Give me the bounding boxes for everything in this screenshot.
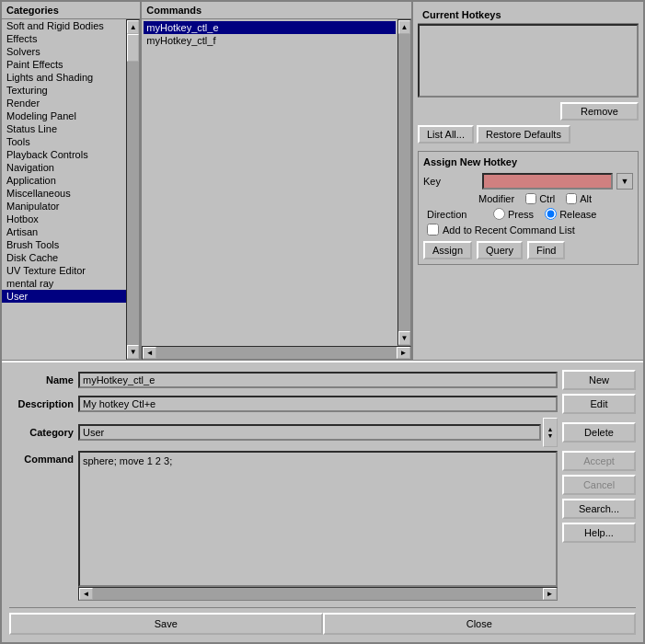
category-item[interactable]: Solvers [2,45,126,58]
release-label: Release [559,209,596,220]
remove-button[interactable]: Remove [560,102,639,121]
delete-button[interactable]: Delete [562,422,636,443]
category-item[interactable]: Hotbox [2,213,126,225]
main-window: Categories Soft and Rigid BodiesEffectsS… [0,0,645,644]
scroll-thumb[interactable] [127,34,139,62]
commands-list: myHotkey_ctl_emyHotkey_ctl_f [142,19,397,346]
ctrl-checkbox[interactable] [525,193,536,204]
commands-scroll-area: myHotkey_ctl_emyHotkey_ctl_f ▲ ▼ [142,19,411,346]
category-item[interactable]: Texturing [2,84,126,97]
category-item[interactable]: Brush Tools [2,238,126,251]
cmd-scroll-down[interactable]: ▼ [398,331,410,345]
categories-panel: Categories Soft and Rigid BodiesEffectsS… [2,2,142,360]
category-label: Category [9,427,74,438]
command-label: Command [9,451,74,601]
bottom-buttons: Save Close [9,607,636,635]
list-all-button[interactable]: List All... [418,125,474,144]
category-dropdown-btn[interactable]: ▲ ▼ [543,418,558,447]
category-item[interactable]: Modeling Panel [2,109,126,122]
category-item[interactable]: Disk Cache [2,251,126,264]
categories-scrollbar[interactable]: ▲ ▼ [126,19,140,360]
category-item[interactable]: Playback Controls [2,148,126,161]
assign-hotkey-group: Assign New Hotkey Key ▼ Modifier Ctrl Al… [418,151,639,265]
cmd-scroll-track [398,34,410,331]
add-recent-row: Add to Recent Command List [423,224,633,236]
commands-panel: Commands myHotkey_ctl_emyHotkey_ctl_f ▲ … [142,2,413,360]
category-item[interactable]: User [2,290,126,303]
accept-button[interactable]: Accept [562,451,636,471]
category-input[interactable] [78,424,541,441]
command-area: Command ◄ ► Accept Cancel Search... Help… [9,451,636,601]
command-textarea[interactable] [78,451,558,587]
cmd-scroll-left[interactable]: ◄ [143,347,156,359]
new-button[interactable]: New [562,370,636,390]
description-input[interactable] [78,396,558,412]
commands-header: Commands [142,2,411,19]
direction-group: Direction Press Release [423,208,633,220]
cmd-scroll-up[interactable]: ▲ [398,20,410,34]
description-row: Description Edit [9,394,636,414]
category-item[interactable]: Navigation [2,161,126,174]
hotkeys-display [418,24,639,98]
category-item[interactable]: Lights and Shading [2,71,126,84]
release-radio[interactable] [545,208,557,220]
key-input[interactable] [482,173,613,190]
category-item[interactable]: Render [2,97,126,109]
restore-defaults-button[interactable]: Restore Defaults [477,125,570,144]
alt-checkbox[interactable] [566,193,577,204]
save-button[interactable]: Save [9,613,323,635]
press-label: Press [508,209,534,220]
right-action-buttons: Accept Cancel Search... Help... [562,451,636,601]
cmd-hscroll-track [156,347,397,359]
top-panel: Categories Soft and Rigid BodiesEffectsS… [2,2,643,361]
name-input[interactable] [78,372,558,388]
key-dropdown-btn[interactable]: ▼ [616,173,633,190]
command-item[interactable]: myHotkey_ctl_f [144,34,396,47]
cancel-button[interactable]: Cancel [562,475,636,495]
search-button[interactable]: Search... [562,499,636,519]
close-button[interactable]: Close [323,613,637,635]
category-item[interactable]: Paint Effects [2,58,126,71]
assign-button[interactable]: Assign [423,241,472,259]
description-label: Description [9,398,74,409]
category-item[interactable]: mental ray [2,277,126,290]
commands-scrollbar[interactable]: ▲ ▼ [397,19,411,346]
category-item[interactable]: Miscellaneous [2,187,126,200]
cmd-h-right[interactable]: ► [543,588,557,600]
hotkeys-panel: Current Hotkeys Remove List All... Resto… [413,2,643,360]
add-recent-checkbox[interactable] [427,224,439,236]
find-button[interactable]: Find [527,241,565,259]
command-item[interactable]: myHotkey_ctl_e [144,21,396,34]
bottom-panel: Name New Description Edit Category ▲ ▼ [2,361,643,642]
category-item[interactable]: Manipulator [2,200,126,213]
help-button[interactable]: Help... [562,523,636,543]
category-item[interactable]: Application [2,174,126,187]
name-label: Name [9,374,74,385]
cmd-h-left[interactable]: ◄ [79,588,93,600]
hotkeys-buttons: List All... Restore Defaults [418,125,639,144]
ctrl-checkbox-item: Ctrl [525,193,555,204]
name-row: Name New [9,370,636,390]
ctrl-label: Ctrl [539,193,555,204]
cmd-scroll-right[interactable]: ► [397,347,410,359]
category-item[interactable]: UV Texture Editor [2,264,126,277]
category-item[interactable]: Soft and Rigid Bodies [2,19,126,32]
alt-checkbox-item: Alt [566,193,592,204]
release-radio-item: Release [545,208,596,220]
cmd-h-track [93,588,543,600]
category-item[interactable]: Effects [2,32,126,45]
scroll-up-arrow[interactable]: ▲ [127,20,139,34]
alt-label: Alt [580,193,592,204]
category-item[interactable]: Status Line [2,122,126,135]
press-radio[interactable] [493,208,505,220]
assign-hotkey-title: Assign New Hotkey [423,156,633,167]
commands-hscroll[interactable]: ◄ ► [142,346,411,360]
command-hscroll[interactable]: ◄ ► [78,587,558,601]
scroll-down-arrow[interactable]: ▼ [127,345,139,359]
category-item[interactable]: Tools [2,135,126,148]
modifier-label: Modifier [478,193,514,204]
direction-label: Direction [427,209,482,220]
query-button[interactable]: Query [477,241,523,259]
edit-button[interactable]: Edit [562,394,636,414]
category-item[interactable]: Artisan [2,225,126,238]
